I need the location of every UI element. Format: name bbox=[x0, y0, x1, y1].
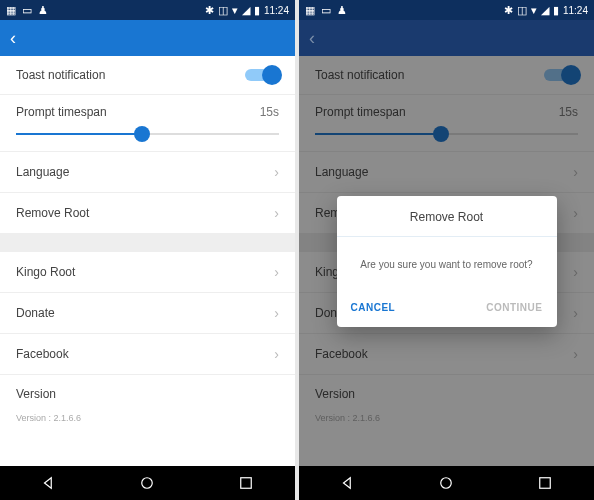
nav-home-icon[interactable] bbox=[138, 474, 156, 492]
prompt-slider[interactable] bbox=[16, 133, 279, 135]
prompt-timespan-row[interactable]: Prompt timespan 15s bbox=[0, 95, 295, 152]
remove-root-dialog: Remove Root Are you sure you want to rem… bbox=[337, 196, 557, 327]
nav-back-icon[interactable] bbox=[339, 474, 357, 492]
signal-icon: ◢ bbox=[541, 4, 549, 17]
signal-icon: ◢ bbox=[242, 4, 250, 17]
android-icon: ♟ bbox=[38, 4, 48, 17]
nav-home-icon[interactable] bbox=[437, 474, 455, 492]
chevron-right-icon: › bbox=[274, 205, 279, 221]
svg-point-0 bbox=[142, 478, 153, 489]
version-label: Version bbox=[16, 387, 56, 401]
toast-label: Toast notification bbox=[16, 68, 105, 82]
prompt-value: 15s bbox=[260, 105, 279, 119]
dialog-message: Are you sure you want to remove root? bbox=[337, 237, 557, 292]
slider-thumb[interactable] bbox=[134, 126, 150, 142]
continue-button[interactable]: CONTINUE bbox=[486, 302, 542, 313]
status-time: 11:24 bbox=[264, 5, 289, 16]
dialog-scrim[interactable]: Remove Root Are you sure you want to rem… bbox=[299, 56, 594, 466]
bluetooth-icon: ✱ bbox=[205, 4, 214, 17]
status-bar: ▦ ▭ ♟ ✱ ◫ ▾ ◢ ▮ 11:24 bbox=[0, 0, 295, 20]
vibrate-icon: ◫ bbox=[517, 4, 527, 17]
android-icon: ♟ bbox=[337, 4, 347, 17]
facebook-label: Facebook bbox=[16, 347, 69, 361]
phone-left: ▦ ▭ ♟ ✱ ◫ ▾ ◢ ▮ 11:24 ‹ Toast notificati… bbox=[0, 0, 295, 500]
toast-notification-row[interactable]: Toast notification bbox=[0, 56, 295, 95]
screen-icon: ▭ bbox=[321, 4, 331, 17]
donate-label: Donate bbox=[16, 306, 55, 320]
grid-icon: ▦ bbox=[6, 4, 16, 17]
facebook-row[interactable]: Facebook › bbox=[0, 334, 295, 375]
nav-recent-icon[interactable] bbox=[536, 474, 554, 492]
kingo-root-row[interactable]: Kingo Root › bbox=[0, 252, 295, 293]
settings-content: Toast notification Prompt timespan 15s L… bbox=[0, 56, 295, 466]
battery-icon: ▮ bbox=[553, 4, 559, 17]
app-bar: ‹ bbox=[0, 20, 295, 56]
chevron-right-icon: › bbox=[274, 305, 279, 321]
remove-root-label: Remove Root bbox=[16, 206, 89, 220]
svg-rect-3 bbox=[540, 478, 551, 489]
status-bar: ▦ ▭ ♟ ✱ ◫ ▾ ◢ ▮ 11:24 bbox=[299, 0, 594, 20]
back-icon[interactable]: ‹ bbox=[309, 28, 315, 49]
remove-root-row[interactable]: Remove Root › bbox=[0, 193, 295, 234]
back-icon[interactable]: ‹ bbox=[10, 28, 16, 49]
navigation-bar bbox=[299, 466, 594, 500]
wifi-icon: ▾ bbox=[531, 4, 537, 17]
svg-point-2 bbox=[441, 478, 452, 489]
nav-recent-icon[interactable] bbox=[237, 474, 255, 492]
chevron-right-icon: › bbox=[274, 346, 279, 362]
donate-row[interactable]: Donate › bbox=[0, 293, 295, 334]
language-label: Language bbox=[16, 165, 69, 179]
version-value: Version : 2.1.6.6 bbox=[0, 413, 295, 435]
chevron-right-icon: › bbox=[274, 264, 279, 280]
vibrate-icon: ◫ bbox=[218, 4, 228, 17]
status-time: 11:24 bbox=[563, 5, 588, 16]
phone-right: ▦ ▭ ♟ ✱ ◫ ▾ ◢ ▮ 11:24 ‹ Toast notificati… bbox=[299, 0, 594, 500]
dialog-title: Remove Root bbox=[337, 196, 557, 237]
toast-toggle[interactable] bbox=[245, 69, 279, 81]
settings-content-dimmed: Toast notification Prompt timespan 15s L… bbox=[299, 56, 594, 466]
wifi-icon: ▾ bbox=[232, 4, 238, 17]
grid-icon: ▦ bbox=[305, 4, 315, 17]
svg-rect-1 bbox=[241, 478, 252, 489]
cancel-button[interactable]: CANCEL bbox=[351, 302, 396, 313]
language-row[interactable]: Language › bbox=[0, 152, 295, 193]
nav-back-icon[interactable] bbox=[40, 474, 58, 492]
battery-icon: ▮ bbox=[254, 4, 260, 17]
app-bar: ‹ bbox=[299, 20, 594, 56]
bluetooth-icon: ✱ bbox=[504, 4, 513, 17]
screen-icon: ▭ bbox=[22, 4, 32, 17]
prompt-label: Prompt timespan bbox=[16, 105, 107, 119]
section-divider bbox=[0, 234, 295, 252]
chevron-right-icon: › bbox=[274, 164, 279, 180]
version-row: Version bbox=[0, 375, 295, 413]
navigation-bar bbox=[0, 466, 295, 500]
kingo-label: Kingo Root bbox=[16, 265, 75, 279]
